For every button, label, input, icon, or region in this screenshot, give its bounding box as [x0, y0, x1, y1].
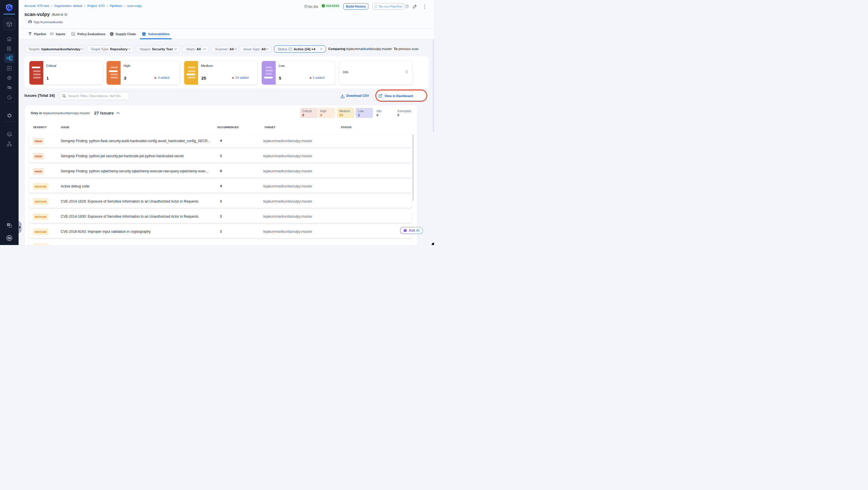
svg-text:?: ?: [8, 223, 9, 226]
